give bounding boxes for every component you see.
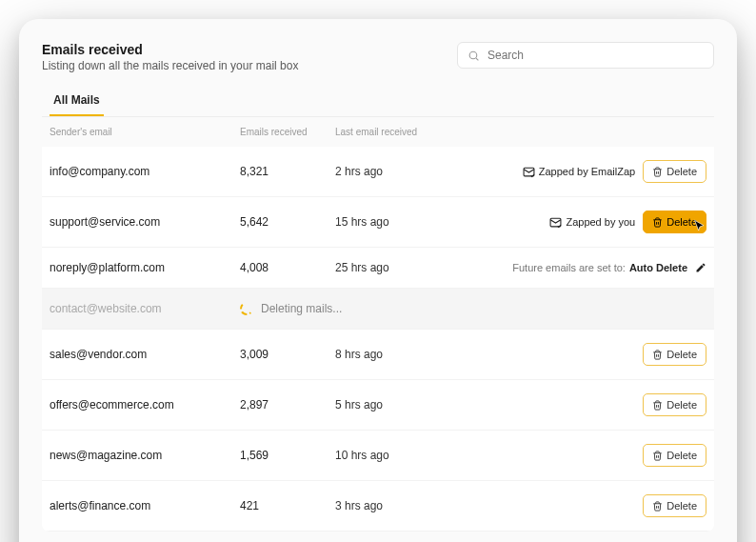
panel-header: Emails received Listing down all the mai… bbox=[42, 42, 714, 72]
svg-point-0 bbox=[469, 51, 477, 59]
status-label: Zapped by EmailZap bbox=[539, 166, 636, 177]
emails-panel: Emails received Listing down all the mai… bbox=[19, 19, 737, 542]
trash-icon bbox=[652, 501, 663, 512]
table-row: offers@ecommerce.com2,8975 hrs agoDelete bbox=[42, 380, 714, 431]
trash-icon bbox=[652, 167, 663, 177]
cell-sender: alerts@finance.com bbox=[50, 499, 240, 512]
cell-count: 5,642 bbox=[240, 215, 335, 229]
cell-status: Future emails are set to: Auto Delete bbox=[468, 262, 706, 273]
cell-sender: sales@vendor.com bbox=[50, 348, 240, 361]
cell-status: Delete bbox=[468, 343, 706, 366]
cell-last: 3 hrs ago bbox=[335, 499, 468, 512]
cell-sender: support@service.com bbox=[50, 215, 240, 229]
cell-count: 1,569 bbox=[240, 449, 335, 462]
deleting-text: Deleting mails... bbox=[261, 302, 342, 315]
edit-button[interactable] bbox=[695, 262, 706, 273]
status-label: Zapped by you bbox=[566, 216, 635, 228]
delete-button[interactable]: Delete bbox=[643, 160, 706, 183]
cell-last: 2 hrs ago bbox=[335, 165, 468, 178]
trash-icon bbox=[652, 400, 663, 411]
delete-label: Delete bbox=[666, 399, 697, 411]
delete-button[interactable]: Delete bbox=[643, 343, 706, 366]
tab-all-mails[interactable]: All Mails bbox=[50, 86, 104, 116]
table-row: noreply@platform.com4,00825 hrs agoFutur… bbox=[42, 248, 714, 289]
search-icon bbox=[468, 50, 480, 62]
page-subtitle: Listing down all the mails received in y… bbox=[42, 59, 298, 72]
svg-line-1 bbox=[476, 58, 478, 60]
search-input[interactable] bbox=[487, 49, 704, 62]
cell-sender: info@company.com bbox=[50, 165, 240, 178]
deleting-indicator: Deleting mails... bbox=[240, 302, 342, 315]
cell-last: 10 hrs ago bbox=[335, 449, 468, 462]
delete-label: Delete bbox=[666, 349, 697, 360]
col-header-sender: Sender's email bbox=[50, 127, 240, 137]
delete-label: Delete bbox=[666, 500, 697, 512]
cell-status: Zapped by youDelete bbox=[468, 211, 706, 233]
search-box[interactable] bbox=[457, 42, 714, 69]
trash-icon bbox=[652, 217, 663, 228]
cell-last: 5 hrs ago bbox=[335, 398, 468, 412]
tabs: All Mails bbox=[42, 86, 714, 117]
delete-label: Delete bbox=[666, 450, 697, 461]
delete-button[interactable]: Delete bbox=[643, 211, 706, 233]
cell-count: 4,008 bbox=[240, 261, 335, 274]
table-header: Sender's email Emails received Last emai… bbox=[42, 117, 714, 147]
cell-last: 8 hrs ago bbox=[335, 348, 468, 361]
delete-label: Delete bbox=[666, 166, 697, 177]
mail-check-icon bbox=[549, 216, 562, 229]
cell-sender: contact@website.com bbox=[50, 302, 240, 315]
table-row: news@magazine.com1,56910 hrs agoDelete bbox=[42, 431, 714, 481]
status-badge: Zapped by EmailZap bbox=[523, 166, 636, 178]
col-header-last: Last email received bbox=[335, 127, 468, 137]
pagination: 1234 bbox=[42, 532, 714, 542]
page-title: Emails received bbox=[42, 42, 298, 57]
table-row: contact@website.comDeleting mails... bbox=[42, 289, 714, 330]
table-body: info@company.com8,3212 hrs agoZapped by … bbox=[42, 147, 714, 532]
cursor-icon bbox=[692, 219, 707, 234]
cell-status: Delete bbox=[468, 444, 706, 467]
cell-last: 25 hrs ago bbox=[335, 261, 468, 274]
status-value: Auto Delete bbox=[629, 262, 687, 273]
trash-icon bbox=[652, 350, 663, 360]
mail-check-icon bbox=[523, 166, 535, 178]
cell-count: 8,321 bbox=[240, 165, 335, 178]
delete-button[interactable]: Delete bbox=[643, 393, 706, 416]
cell-count: 421 bbox=[240, 499, 335, 512]
cell-last: 15 hrs ago bbox=[335, 215, 468, 229]
cell-sender: offers@ecommerce.com bbox=[50, 398, 240, 412]
table-row: sales@vendor.com3,0098 hrs agoDelete bbox=[42, 330, 714, 380]
cell-status: Delete bbox=[468, 494, 706, 517]
cell-count: 3,009 bbox=[240, 348, 335, 361]
status-prefix: Future emails are set to: bbox=[512, 262, 626, 273]
table-row: info@company.com8,3212 hrs agoZapped by … bbox=[42, 147, 714, 197]
table-row: alerts@finance.com4213 hrs agoDelete bbox=[42, 481, 714, 532]
cell-sender: noreply@platform.com bbox=[50, 261, 240, 274]
trash-icon bbox=[652, 451, 663, 461]
cell-sender: news@magazine.com bbox=[50, 449, 240, 462]
spinner-icon bbox=[240, 302, 253, 315]
status-badge: Zapped by you bbox=[549, 216, 635, 229]
delete-button[interactable]: Delete bbox=[643, 494, 706, 517]
pencil-icon bbox=[695, 262, 706, 273]
col-header-count: Emails received bbox=[240, 127, 335, 137]
status-badge: Future emails are set to: Auto Delete bbox=[512, 262, 687, 273]
table-row: support@service.com5,64215 hrs agoZapped… bbox=[42, 197, 714, 248]
cell-status: Delete bbox=[468, 393, 706, 416]
cell-status: Zapped by EmailZapDelete bbox=[468, 160, 706, 183]
cell-count: 2,897 bbox=[240, 398, 335, 412]
delete-button[interactable]: Delete bbox=[643, 444, 706, 467]
